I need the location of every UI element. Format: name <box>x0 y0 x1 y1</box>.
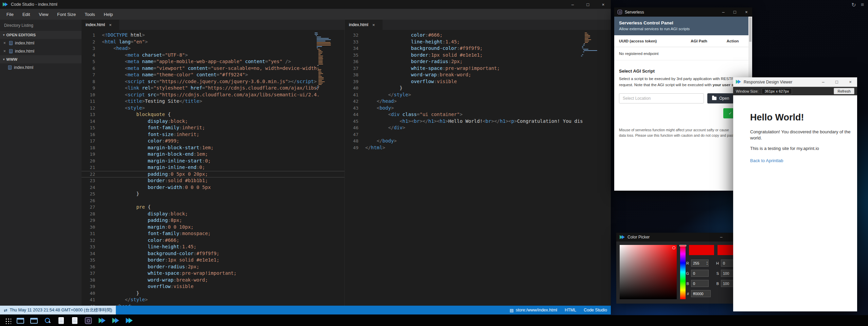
code-line[interactable]: 38 word-wrap:break-word; <box>82 277 344 284</box>
close-icon[interactable]: × <box>372 22 375 27</box>
close-button[interactable]: × <box>844 77 857 87</box>
saturation-value-picker[interactable] <box>620 245 677 299</box>
minimap[interactable] <box>315 33 332 90</box>
code-line[interactable]: 34 background-color:#f9f9f9; <box>345 45 611 52</box>
sidebar-section-open-editors[interactable]: ▾OPEN EDITORS <box>0 31 82 39</box>
taskbar-item-code-studio-3[interactable] <box>122 315 136 326</box>
status-file-path[interactable]: ▤ store:/www/index.html <box>506 306 561 314</box>
code-line[interactable]: 26 <box>82 197 344 204</box>
code-editor[interactable]: 32 color:#666;33 line-height:1.45;34 bac… <box>345 30 611 306</box>
code-line[interactable]: 21 margin-inline-end:0; <box>82 164 344 171</box>
code-line[interactable]: 18 margin-block-start:1em; <box>82 145 344 151</box>
taskbar-item-document-app-2[interactable] <box>68 315 82 326</box>
code-line[interactable]: 9 <link rel="stylesheet" href="https://c… <box>82 85 344 92</box>
tab-index-html[interactable]: index.html × <box>82 20 120 30</box>
code-line[interactable]: 38 word-wrap:break-word; <box>345 72 611 78</box>
code-line[interactable]: 37 white-space:pre-wrap!important; <box>345 65 611 72</box>
code-line[interactable]: 15 font-family:inherit; <box>82 124 344 131</box>
menu-item-font-size[interactable]: Font Size <box>53 9 80 20</box>
code-line[interactable]: 45 <h1><br></h1><h1>Hello World!<br></h1… <box>345 118 611 125</box>
code-line[interactable]: 2<html lang="en"> <box>82 39 344 45</box>
code-line[interactable]: 49</html> <box>345 145 611 151</box>
taskbar-item-serverless-app[interactable] <box>82 315 95 326</box>
maximize-button[interactable]: □ <box>830 77 844 87</box>
code-line[interactable]: 48 </body> <box>345 138 611 145</box>
code-line[interactable]: 47 <box>345 131 611 138</box>
minimize-button[interactable]: – <box>717 235 725 239</box>
status-language[interactable]: HTML <box>561 306 580 314</box>
code-line[interactable]: 12 <style> <box>82 105 344 112</box>
code-line[interactable]: 36 border-radius:2px; <box>82 264 344 270</box>
close-icon[interactable]: × <box>3 49 7 54</box>
taskbar-item-search-app[interactable] <box>41 315 54 326</box>
code-line[interactable]: 19 margin-block-end:1em; <box>82 151 344 158</box>
code-line[interactable]: 4 <meta charset="UTF-8"> <box>82 52 344 59</box>
sidebar-item-index.html[interactable]: index.html <box>0 63 82 72</box>
refresh-button[interactable]: Refresh <box>834 88 854 94</box>
code-line[interactable]: 40 } <box>345 85 611 92</box>
code-line[interactable]: 41 </style> <box>82 296 344 303</box>
code-line[interactable]: 42 </head> <box>82 303 344 306</box>
code-line[interactable]: 8 <script src="https://code.jquery.com/j… <box>82 78 344 85</box>
sidebar-section-www[interactable]: ▾WWW <box>0 55 82 63</box>
code-line[interactable]: 30 margin:0 0 10px; <box>82 224 344 231</box>
code-line[interactable]: 28 display:block; <box>82 211 344 217</box>
code-line[interactable]: 6 <meta name="viewport" content="user-sc… <box>82 65 344 72</box>
code-editor[interactable]: 1<!DOCTYPE html>2<html lang="en">3 <head… <box>82 30 344 306</box>
hex-input[interactable] <box>691 290 711 297</box>
maximize-button[interactable]: □ <box>580 0 596 9</box>
code-line[interactable]: 3 <head> <box>82 45 344 52</box>
menu-item-help[interactable]: Help <box>100 9 118 20</box>
code-line[interactable]: 23 border:solid #b1b1b1; <box>82 177 344 184</box>
minimap[interactable] <box>581 33 598 57</box>
code-line[interactable]: 43 <body> <box>345 105 611 112</box>
code-line[interactable]: 35 border:1px solid #e1e1e1; <box>345 52 611 59</box>
close-button[interactable]: × <box>741 7 752 17</box>
code-line[interactable]: 24 border-width:0 0 0 5px <box>82 184 344 191</box>
code-line[interactable]: 16 font-size:inherit; <box>82 131 344 138</box>
tab-index-html[interactable]: index.html × <box>345 20 383 30</box>
code-line[interactable]: 14 display:block; <box>82 118 344 125</box>
menu-item-file[interactable]: File <box>2 9 18 20</box>
code-line[interactable]: 40 } <box>82 290 344 297</box>
code-line[interactable]: 39 overflow:visible <box>345 78 611 85</box>
green-input[interactable] <box>691 270 709 277</box>
taskbar-item-document-app-1[interactable] <box>54 315 68 326</box>
code-line[interactable]: 34 background-color:#f9f9f9; <box>82 250 344 257</box>
code-line[interactable]: 13 blockquote { <box>82 111 344 118</box>
minimize-button[interactable]: – <box>565 0 580 9</box>
taskbar-item-window-app-1[interactable] <box>14 315 27 326</box>
hue-thumb[interactable] <box>679 245 686 246</box>
sidebar-item-index.html[interactable]: ×index.html <box>0 39 82 47</box>
minimize-button[interactable]: – <box>718 7 729 17</box>
code-line[interactable]: 10 <script src="https://cdnjs.cloudflare… <box>82 92 344 98</box>
code-line[interactable]: 11 <title>Testing Site</title> <box>82 98 344 105</box>
code-line[interactable]: 5 <meta name="apple-mobile-web-app-capab… <box>82 58 344 65</box>
close-icon[interactable]: × <box>3 41 7 45</box>
code-line[interactable]: 35 border:1px solid #e1e1e1; <box>82 257 344 264</box>
hue-slider[interactable] <box>680 245 686 299</box>
code-line[interactable]: 32 color:#666; <box>345 32 611 39</box>
close-icon[interactable]: × <box>109 22 112 27</box>
close-button[interactable]: × <box>596 0 611 9</box>
code-line[interactable]: 37 white-space:pre-wrap!important; <box>82 270 344 277</box>
status-app-name[interactable]: Code Studio <box>580 306 611 314</box>
blue-input[interactable] <box>691 280 709 287</box>
code-line[interactable]: 36 border-radius:2px; <box>345 58 611 65</box>
code-line[interactable]: 29 padding:8px; <box>82 217 344 224</box>
code-line[interactable]: 32 color:#666; <box>82 237 344 244</box>
desktop-refresh-icon[interactable]: ↻ <box>851 2 856 8</box>
location-input[interactable] <box>619 93 704 103</box>
code-line[interactable]: 39 overflow:visible <box>82 283 344 290</box>
code-line[interactable]: 27 pre { <box>82 204 344 211</box>
sidebar-item-index.html[interactable]: ×index.html <box>0 47 82 55</box>
back-link[interactable]: Back to Aprintlab <box>750 158 783 163</box>
menu-item-view[interactable]: View <box>34 9 53 20</box>
color-cursor[interactable] <box>672 246 675 249</box>
code-line[interactable]: 22 padding:0 5px 0 20px; <box>82 171 344 178</box>
code-line[interactable]: 1<!DOCTYPE html> <box>82 32 344 39</box>
menu-item-tools[interactable]: Tools <box>80 9 99 20</box>
taskbar-item-window-app-2[interactable] <box>27 315 41 326</box>
code-line[interactable]: 42 </head> <box>345 98 611 105</box>
code-line[interactable]: 31 font-family:monospace; <box>82 230 344 237</box>
